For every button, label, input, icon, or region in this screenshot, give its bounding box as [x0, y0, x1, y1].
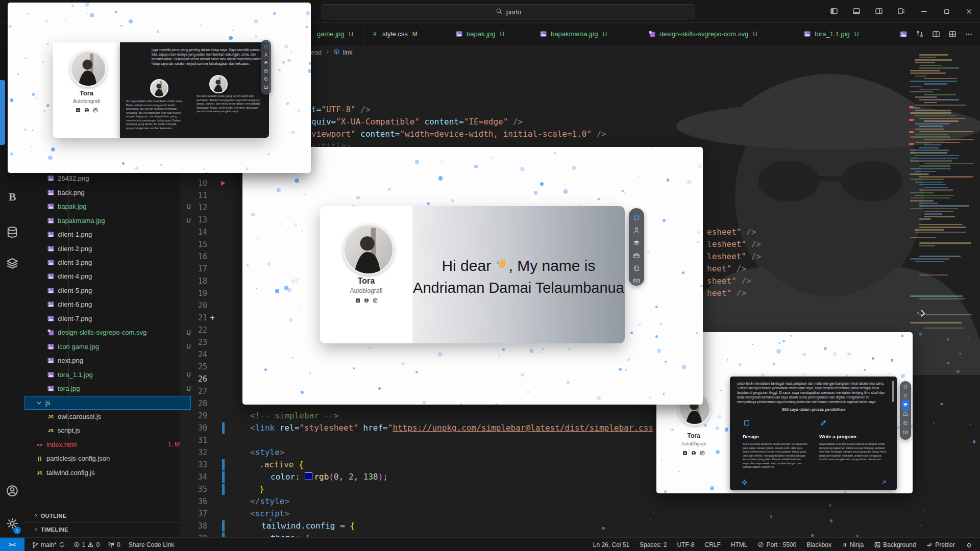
gutter-plus-marker[interactable]: +: [208, 312, 216, 324]
problems-item[interactable]: 10: [70, 541, 103, 548]
particle-dot: [246, 167, 249, 170]
window-control-maximize[interactable]: [935, 0, 958, 22]
file-row-client-1.png[interactable]: client-1.png: [24, 228, 202, 241]
file-row-particlesjs-config.json[interactable]: {}particlesjs-config.json: [24, 452, 191, 465]
instagram-icon[interactable]: [700, 450, 705, 456]
manage-gear-icon[interactable]: [0, 512, 24, 535]
file-name: next.png: [58, 357, 83, 364]
broadcast-item[interactable]: 0: [105, 541, 124, 548]
window-control-close[interactable]: [958, 0, 980, 22]
file-row-index.html[interactable]: <>index.html1, M: [24, 438, 191, 452]
file-row-client-6.png[interactable]: client-6.png: [24, 297, 202, 311]
file-row-next.png[interactable]: next.png: [24, 354, 202, 367]
file-row-tora-1.1.jpg[interactable]: tora_1.1.jpgU: [24, 368, 202, 382]
file-row-tailwind.config.js[interactable]: JStailwind.config.js: [24, 466, 191, 480]
file-row-client-4.png[interactable]: client-4.png: [24, 269, 202, 283]
nav-home-icon[interactable]: [633, 214, 641, 223]
file-row-bapak.jpg[interactable]: bapak.jpgU: [24, 199, 202, 213]
file-row-icon-game.jpg[interactable]: icon game.jpgU: [24, 340, 202, 354]
file-row-script.js[interactable]: JSscript.js: [24, 423, 202, 437]
git-branch-item[interactable]: main*: [29, 541, 68, 548]
layers-activity-icon[interactable]: [0, 252, 24, 274]
nav-cap-icon[interactable]: [633, 239, 641, 249]
instagram-icon[interactable]: [373, 298, 378, 303]
image-preview-icon[interactable]: [899, 30, 908, 38]
nav-mail-icon[interactable]: [633, 278, 641, 287]
github-icon[interactable]: [691, 450, 696, 456]
file-row-client-3.png[interactable]: client-3.png: [24, 256, 202, 269]
status-ninja[interactable]: Ninja: [839, 541, 867, 548]
nav-home-icon[interactable]: [903, 382, 909, 391]
share-code-link-item[interactable]: Share Code Link: [126, 541, 177, 548]
section-header-timeline[interactable]: TIMELINE: [24, 522, 180, 536]
command-center-search[interactable]: porto: [322, 4, 695, 19]
status-background-ext[interactable]: Background: [871, 541, 919, 548]
linkedin-icon[interactable]: in: [76, 108, 81, 113]
status-encoding[interactable]: UTF-8: [674, 541, 697, 548]
file-row-client-2.png[interactable]: client-2.png: [24, 242, 202, 256]
file-row-26432.png[interactable]: 26432.png: [24, 171, 202, 185]
section-header-outline[interactable]: OUTLINE: [24, 509, 180, 522]
file-row-client-7.png[interactable]: client-7.png: [24, 312, 202, 325]
window-control-minimize[interactable]: [913, 0, 935, 22]
breadcrumb[interactable]: ead link: [311, 46, 353, 59]
particle-dot: [46, 104, 50, 107]
tab-tora-1.1.jpg[interactable]: tora_1.1.jpgU: [797, 22, 888, 45]
code-line: <!-- simplebar -->: [250, 410, 338, 422]
file-row-tora.jpg[interactable]: tora.jpgU: [24, 382, 202, 395]
file-row-design-skills-svgrepo-com.svg[interactable]: design-skills-svgrepo-com.svgU: [24, 325, 202, 339]
window-control-toggle-panel[interactable]: [845, 0, 868, 22]
git-compare-icon[interactable]: [916, 30, 924, 38]
status-cursor-position[interactable]: Ln 26, Col 51: [590, 541, 632, 548]
github-icon[interactable]: [364, 298, 369, 303]
status-live-server-port[interactable]: Port : 5500: [754, 541, 799, 548]
file-row-back.png[interactable]: back.png: [24, 186, 202, 199]
database-activity-icon[interactable]: [0, 221, 24, 243]
status-language-mode[interactable]: HTML: [728, 541, 751, 548]
status-notifications[interactable]: [962, 541, 976, 548]
instagram-icon[interactable]: [93, 108, 98, 113]
tab-bapak.jpg[interactable]: bapak.jpgU: [449, 22, 533, 45]
panel-scrollbar[interactable]: [892, 381, 894, 402]
blackbox-activity-icon[interactable]: B: [0, 186, 24, 208]
window-control-toggle-secondary-sidebar[interactable]: [868, 0, 890, 22]
file-row-client-5.png[interactable]: client-5.png: [24, 284, 202, 297]
editor-layout-icon[interactable]: [948, 30, 957, 38]
status-eol[interactable]: CRLF: [701, 541, 723, 548]
status-prettier[interactable]: Prettier: [923, 541, 958, 548]
file-row-owl.carousel.js[interactable]: JSowl.carousel.js: [24, 410, 202, 423]
particle-dot: [710, 486, 713, 488]
nav-user-icon[interactable]: [633, 227, 641, 236]
nav-case-icon[interactable]: [633, 252, 641, 262]
settings-gear-icon[interactable]: [741, 479, 748, 488]
tab-style.css[interactable]: #style.cssM: [365, 22, 449, 45]
particle-dot: [891, 359, 893, 361]
window-control-toggle-primary-sidebar[interactable]: [823, 0, 845, 22]
split-editor-icon[interactable]: [932, 30, 940, 38]
tab-design-skills-svgrepo-com.svg[interactable]: design-skills-svgrepo-com.svgU: [642, 22, 797, 45]
linkedin-icon[interactable]: in: [355, 298, 360, 303]
preview-window-top-left[interactable]: ToraAutobiografiinjuga memiliki peran ya…: [8, 3, 311, 173]
github-icon[interactable]: [84, 108, 89, 113]
nav-copy-icon[interactable]: [903, 419, 909, 428]
nav-copy-icon[interactable]: [633, 265, 641, 274]
external-arrow-icon[interactable]: [880, 479, 887, 488]
minimap[interactable]: [909, 54, 975, 332]
file-type-icon: JS: [47, 427, 55, 434]
more-actions-icon[interactable]: [965, 30, 973, 38]
file-row-js[interactable]: js: [24, 396, 191, 410]
account-icon[interactable]: [0, 480, 24, 502]
nav-case-icon[interactable]: [903, 410, 909, 419]
nav-mail-icon[interactable]: [263, 83, 268, 92]
window-control-customize-layout[interactable]: [890, 0, 913, 22]
linkedin-icon[interactable]: in: [682, 450, 688, 456]
remote-indicator[interactable]: ><: [0, 538, 24, 551]
tab-game.jpg[interactable]: game.jpgU: [311, 22, 365, 45]
status-blackbox[interactable]: Blackbox: [803, 541, 835, 548]
preview-window-center[interactable]: ToraAutobiografiinHi dear , My name isAn…: [242, 147, 703, 405]
nav-cap-icon[interactable]: [902, 399, 910, 411]
nav-mail-icon[interactable]: [903, 428, 909, 437]
status-indentation[interactable]: Spaces: 2: [636, 541, 670, 548]
tab-bapakmama.jpg[interactable]: bapakmama.jpgU: [533, 22, 642, 45]
file-row-bapakmama.jpg[interactable]: bapakmama.jpgU: [24, 214, 202, 228]
